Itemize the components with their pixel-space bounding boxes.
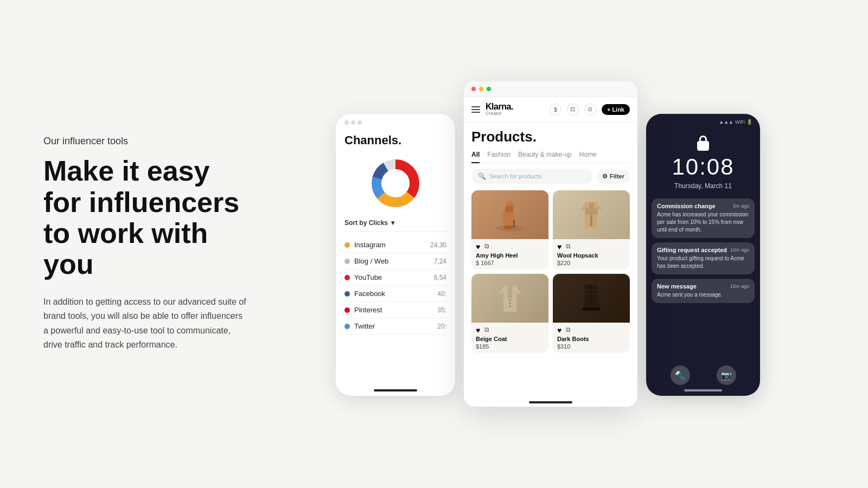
message-icon[interactable]: ⊡ <box>567 104 579 115</box>
phone-dot-3 <box>358 120 362 125</box>
product-image-4 <box>553 274 630 323</box>
link-button[interactable]: + Link <box>602 104 630 115</box>
phone-top-bar <box>336 114 455 125</box>
notif-body-3: Acme sent you a message. <box>657 291 749 299</box>
channel-name-5: Twitter <box>354 322 375 330</box>
heart-icon-1[interactable]: ♥ <box>476 242 480 251</box>
channel-dot-3 <box>344 291 350 297</box>
copy-icon-3[interactable]: ⧉ <box>484 326 489 335</box>
notif-body-1: Acme has increased your commission per s… <box>657 211 749 234</box>
phone-notifications: ▲▲▲ WiFi 🔋 10:08 Thursday, March 11 Co <box>646 114 760 396</box>
product-price-4: $310 <box>553 343 630 353</box>
channel-dot-4 <box>344 307 350 313</box>
svg-point-11 <box>509 305 511 307</box>
search-row: 🔍 Search for products ⚙ Filter <box>471 169 630 184</box>
product-name-1: Amy High Heel <box>471 252 548 260</box>
phone-channels: Channels. <box>336 114 455 396</box>
klarna-logo: Klarna. Creator <box>486 102 513 116</box>
dollar-icon[interactable]: $ <box>550 104 561 115</box>
notif-header-3: New message 15m ago <box>657 283 749 290</box>
channel-num-0: 24,30 <box>430 241 446 249</box>
notification-card-3: New message 15m ago Acme sent you a mess… <box>652 279 755 303</box>
heart-icon-3[interactable]: ♥ <box>476 326 480 335</box>
notification-card-1: Commission change 5m ago Acme has increa… <box>652 198 755 238</box>
product-actions-2: ♥ ⧉ <box>553 239 630 252</box>
product-name-3: Beige Coat <box>471 336 548 343</box>
products-title: Products. <box>471 129 630 145</box>
tab-beauty[interactable]: Beauty & make-up <box>518 151 572 158</box>
sort-bar[interactable]: Sort by Clicks ▾ <box>344 219 446 232</box>
browser-products: Klarna. Creator $ ⊡ ⊙ + Link <box>464 81 637 407</box>
copy-icon-1[interactable]: ⧉ <box>484 242 489 251</box>
channel-num-2: 6,54 <box>434 274 446 281</box>
product-actions-1: ♥ ⧉ <box>471 239 548 252</box>
tab-home[interactable]: Home <box>579 151 597 158</box>
channel-name-0: Instagram <box>354 241 386 249</box>
channel-left-3: Facebook <box>344 290 385 298</box>
coat-svg-1 <box>575 196 608 234</box>
product-price-2: $220 <box>553 260 630 269</box>
sort-chevron: ▾ <box>391 219 394 227</box>
phone-dot-1 <box>344 120 349 125</box>
notif-status-icons: ▲▲▲ WiFi 🔋 <box>719 119 752 125</box>
channel-list: Instagram 24,30 Blog / Web 7,24 YouTube … <box>344 237 446 335</box>
filter-icon: ⚙ <box>602 173 608 180</box>
channel-left-5: Twitter <box>344 322 375 330</box>
channel-num-5: 20: <box>437 323 446 330</box>
channel-name-4: Pinterest <box>354 306 382 314</box>
boots-svg-2 <box>575 279 608 317</box>
channel-num-1: 7,24 <box>434 258 446 265</box>
link-plus: + <box>607 106 610 113</box>
tab-fashion[interactable]: Fashion <box>487 151 510 158</box>
search-box[interactable]: 🔍 Search for products <box>471 169 592 184</box>
notif-bottom-icons: 🔦 📷 <box>646 365 760 385</box>
channel-left-2: YouTube <box>344 273 382 281</box>
channel-dot-0 <box>344 242 350 248</box>
hamburger-menu[interactable] <box>471 106 480 113</box>
product-image-2 <box>553 190 630 239</box>
channel-item-2: YouTube 6,54 <box>344 269 446 286</box>
notif-time-2: 10m ago <box>730 247 749 253</box>
channel-item-5: Twitter 20: <box>344 318 446 335</box>
hamburger-line-1 <box>471 106 480 107</box>
channel-left-4: Pinterest <box>344 306 382 314</box>
notif-camera-icon[interactable]: 📷 <box>717 365 736 385</box>
svg-point-10 <box>509 302 511 304</box>
svg-rect-12 <box>590 285 592 305</box>
lock-icon-wrapper <box>646 136 760 151</box>
heart-icon-2[interactable]: ♥ <box>557 242 561 251</box>
product-price-3: $185 <box>471 343 548 353</box>
coat-svg-2 <box>494 279 526 317</box>
product-name-4: Dark Boots <box>553 336 630 343</box>
tab-all[interactable]: All <box>471 151 480 163</box>
copy-icon-2[interactable]: ⧉ <box>566 242 571 251</box>
donut-chart <box>368 156 423 210</box>
product-card-2: ♥ ⧉ Wool Hopsack $220 <box>553 190 630 269</box>
boots-svg-1 <box>494 196 526 234</box>
notif-time-1: 5m ago <box>733 203 749 209</box>
channel-dot-1 <box>344 259 350 264</box>
klarna-logo-text: Klarna. <box>486 102 513 111</box>
hamburger-line-2 <box>471 109 480 110</box>
product-card-4: ♥ ⧉ Dark Boots $310 <box>553 274 630 353</box>
channel-name-3: Facebook <box>354 290 385 298</box>
channel-name-2: YouTube <box>354 273 382 281</box>
search-placeholder: Search for products <box>489 173 541 179</box>
nav-icons: $ ⊡ ⊙ + Link <box>550 104 630 115</box>
svg-point-9 <box>509 299 511 301</box>
product-image-1 <box>471 190 548 239</box>
date-display: Thursday, March 11 <box>646 182 760 190</box>
product-actions-3: ♥ ⧉ <box>471 323 548 336</box>
phone-dot-2 <box>351 120 355 125</box>
section-label: Our influencer tools <box>43 136 250 147</box>
filter-button[interactable]: ⚙ Filter <box>597 170 630 183</box>
copy-icon-4[interactable]: ⧉ <box>566 326 571 335</box>
heart-icon-4[interactable]: ♥ <box>557 326 561 335</box>
profile-icon[interactable]: ⊙ <box>584 104 596 115</box>
notification-card-2: Gifting request accepted 10m ago Your pr… <box>652 242 755 274</box>
time-display: 10:08 <box>646 154 760 180</box>
products-tabs: All Fashion Beauty & make-up Home <box>471 151 630 163</box>
link-label: Link <box>612 106 624 113</box>
notif-flashlight-icon[interactable]: 🔦 <box>671 365 690 385</box>
channel-num-3: 40: <box>437 290 446 298</box>
